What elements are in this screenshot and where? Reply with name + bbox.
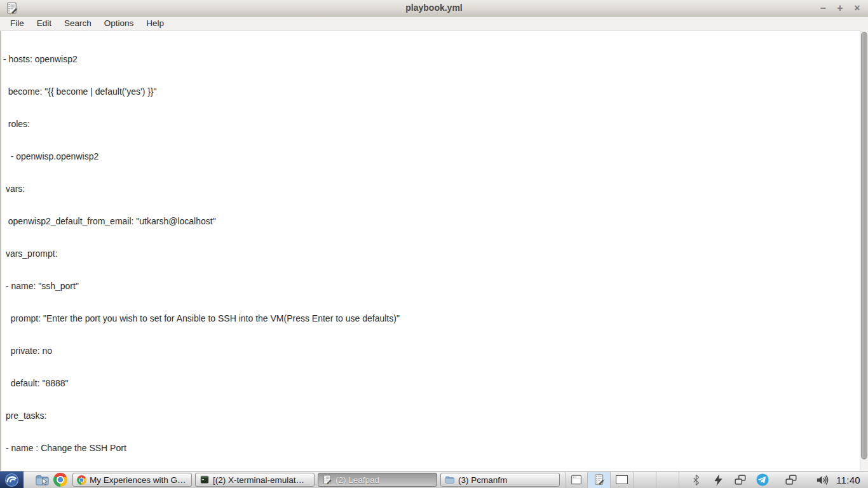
minimize-button[interactable]: −: [817, 2, 829, 15]
window-controls: − + ×: [817, 0, 863, 17]
pager-cell-empty[interactable]: [634, 472, 656, 488]
task-button-pcmanfm[interactable]: (3) Pcmanfm: [440, 473, 560, 487]
bluetooth-tray-item[interactable]: [688, 472, 703, 487]
volume-tray-item[interactable]: [815, 472, 830, 487]
folder-icon: [445, 475, 455, 485]
menu-help[interactable]: Help: [140, 17, 170, 30]
task-button-list: My Experiences with G… [(2) X-terminal-e…: [72, 473, 560, 487]
code-line: prompt: "Enter the port you wish to set …: [3, 313, 858, 324]
code-line: private: no: [3, 346, 858, 356]
window-title: playbook.yml: [0, 3, 868, 13]
telegram-icon: [756, 473, 770, 487]
windows-stack-tray-item[interactable]: [783, 472, 799, 487]
desktop-pager: [565, 471, 679, 488]
telegram-tray-item[interactable]: [755, 472, 770, 487]
pager-cell-empty[interactable]: [656, 472, 679, 488]
menu-edit[interactable]: Edit: [31, 17, 58, 30]
bluetooth-icon: [690, 474, 702, 486]
code-line: roles:: [3, 119, 858, 130]
task-button-chrome[interactable]: My Experiences with G…: [72, 473, 192, 487]
system-tray: [688, 472, 830, 487]
document-text: - hosts: openwisp2 become: "{{ become | …: [1, 31, 868, 471]
windows-stack-icon: [784, 473, 798, 487]
menu-search[interactable]: Search: [58, 17, 98, 30]
task-label: My Experiences with G…: [90, 475, 186, 485]
pager-cell-window[interactable]: [565, 472, 588, 488]
code-line: - name : Change the SSH Port: [3, 443, 858, 454]
terminal-icon: [200, 475, 210, 485]
vertical-scrollbar[interactable]: [860, 30, 868, 471]
windows-stack-icon: [733, 473, 747, 487]
leafpad-icon: [322, 475, 332, 485]
menu-options[interactable]: Options: [98, 17, 140, 30]
chrome-launcher[interactable]: [53, 472, 68, 487]
windows-stack-tray-item[interactable]: [733, 472, 748, 487]
blank-window-icon: [616, 475, 628, 484]
code-line: vars:: [3, 184, 858, 194]
window-icon: [570, 473, 583, 486]
maximize-button[interactable]: +: [834, 2, 846, 15]
power-manager-tray-item[interactable]: [710, 472, 726, 487]
chrome-icon: [77, 475, 86, 485]
code-line: become: "{{ become | default('yes') }}": [3, 86, 858, 97]
menu-file[interactable]: File: [4, 17, 31, 30]
file-manager-icon: [35, 473, 50, 487]
clock[interactable]: 11:40: [836, 475, 860, 485]
pager-cell-leafpad[interactable]: [588, 472, 611, 488]
code-line: - openwisp.openwisp2: [3, 151, 858, 162]
window-titlebar[interactable]: playbook.yml − + ×: [0, 0, 868, 17]
pager-cell-blank[interactable]: [611, 472, 634, 488]
task-button-leafpad[interactable]: (2) Leafpad: [318, 473, 437, 487]
chrome-icon: [53, 473, 67, 487]
volume-icon: [815, 473, 830, 487]
code-line: openwisp2_default_from_email: "utkarsh@l…: [3, 216, 858, 227]
code-line: - hosts: openwisp2: [3, 54, 858, 65]
taskbar: My Experiences with G… [(2) X-terminal-e…: [0, 471, 868, 488]
code-line: - name: "ssh_port": [3, 281, 858, 292]
menubar: File Edit Search Options Help: [0, 17, 868, 30]
start-menu-button[interactable]: [0, 471, 24, 488]
close-button[interactable]: ×: [851, 2, 863, 15]
scrollbar-thumb[interactable]: [861, 32, 867, 459]
power-bolt-icon: [712, 473, 725, 487]
task-label: (2) Leafpad: [336, 475, 379, 485]
file-manager-launcher[interactable]: [34, 472, 50, 487]
quick-launch: [34, 472, 68, 487]
task-button-terminal[interactable]: [(2) X-terminal-emulat…: [195, 473, 315, 487]
task-label: [(2) X-terminal-emulat…: [213, 475, 304, 485]
lubuntu-start-icon: [4, 473, 19, 487]
code-line: default: "8888": [3, 378, 858, 389]
leafpad-icon: [593, 474, 605, 485]
code-line: pre_tasks:: [3, 410, 858, 421]
task-label: (3) Pcmanfm: [458, 475, 507, 485]
text-editor-area[interactable]: - hosts: openwisp2 become: "{{ become | …: [0, 30, 868, 471]
code-line: vars_prompt:: [3, 248, 858, 259]
